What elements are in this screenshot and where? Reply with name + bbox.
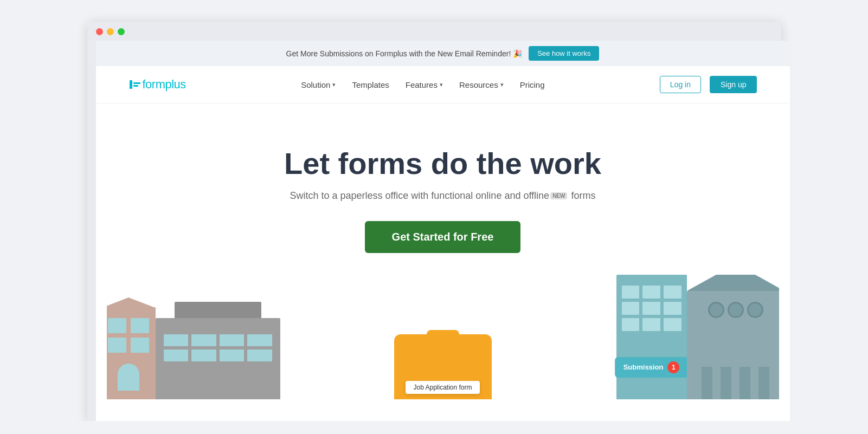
nav-link-resources[interactable]: Resources ▾	[459, 80, 504, 89]
maximize-button[interactable]	[118, 28, 125, 35]
top-banner: Get More Submissions on Formplus with th…	[96, 41, 790, 66]
browser-controls	[96, 28, 773, 41]
see-how-button[interactable]: See how it works	[529, 46, 599, 61]
window	[622, 302, 640, 315]
chevron-down-icon: ▾	[500, 81, 504, 88]
window	[220, 349, 245, 361]
nav-link-solution[interactable]: Solution ▾	[301, 80, 336, 89]
logo-link[interactable]: formplus	[128, 77, 186, 92]
nav-link-templates[interactable]: Templates	[352, 80, 389, 89]
building-salmon	[107, 307, 156, 399]
window	[622, 318, 640, 331]
column-pillar	[758, 367, 769, 399]
right-buildings: Submission 1	[616, 275, 779, 399]
window	[247, 349, 272, 361]
dome-detail	[728, 302, 744, 318]
new-badge: NEW	[550, 192, 567, 199]
logo-icon	[128, 78, 142, 91]
arch-window	[118, 364, 139, 391]
building-teal: Submission 1	[616, 275, 687, 399]
svg-rect-2	[133, 85, 138, 87]
site-content: Get More Submissions on Formplus with th…	[96, 41, 790, 421]
nav-links: Solution ▾ Templates Features ▾	[301, 80, 544, 89]
window	[664, 318, 681, 331]
nav-auth: Log in Sign up	[660, 76, 757, 93]
navbar: formplus Solution ▾ Templates Feature	[96, 66, 790, 103]
window	[664, 302, 681, 315]
window	[642, 302, 660, 315]
window	[622, 286, 640, 299]
chevron-down-icon: ▾	[440, 81, 443, 88]
dome-detail	[747, 302, 763, 318]
column-pillar	[740, 367, 750, 399]
building-gray-right	[687, 291, 779, 399]
minimize-button[interactable]	[107, 28, 114, 35]
window	[664, 286, 681, 299]
svg-rect-0	[130, 80, 132, 89]
building-top	[175, 302, 261, 318]
window	[108, 338, 126, 353]
svg-rect-1	[133, 82, 140, 84]
hero-section: Let forms do the work Switch to a paperl…	[96, 103, 790, 421]
nav-item-templates[interactable]: Templates	[352, 80, 389, 89]
banner-text: Get More Submissions on Formplus with th…	[286, 49, 523, 58]
phone-notch	[427, 330, 459, 339]
hero-subtitle: Switch to a paperless office with functi…	[107, 190, 779, 202]
badge-count: 1	[667, 361, 679, 373]
left-buildings	[107, 307, 280, 399]
window	[247, 334, 272, 346]
window	[131, 338, 149, 353]
window	[191, 349, 216, 361]
login-button[interactable]: Log in	[660, 76, 701, 93]
close-button[interactable]	[96, 28, 103, 35]
submission-badge: Submission 1	[615, 357, 689, 378]
signup-button[interactable]: Sign up	[710, 76, 757, 93]
column-pillar	[721, 367, 731, 399]
window	[164, 349, 189, 361]
building-gray	[156, 318, 280, 399]
nav-link-features[interactable]: Features ▾	[406, 80, 443, 89]
nav-item-pricing[interactable]: Pricing	[520, 80, 545, 89]
window	[642, 286, 660, 299]
center-form-illustration: Job Application form	[394, 334, 492, 399]
browser-window: Get More Submissions on Formplus with th…	[87, 22, 781, 421]
window	[108, 318, 126, 333]
form-label: Job Application form	[406, 381, 479, 394]
building-roof	[687, 275, 779, 291]
hero-illustrations: Job Application form	[107, 275, 779, 399]
phone-mockup: Job Application form	[394, 334, 492, 399]
window	[131, 318, 149, 333]
dome-detail	[708, 302, 724, 318]
nav-item-features[interactable]: Features ▾	[406, 80, 443, 89]
window	[220, 334, 245, 346]
chevron-down-icon: ▾	[332, 81, 336, 88]
window	[191, 334, 216, 346]
column-pillar	[702, 367, 712, 399]
nav-item-solution[interactable]: Solution ▾	[301, 80, 336, 89]
nav-item-resources[interactable]: Resources ▾	[459, 80, 504, 89]
get-started-button[interactable]: Get Started for Free	[365, 221, 521, 253]
logo-text: formplus	[143, 77, 186, 92]
window	[164, 334, 189, 346]
window	[642, 318, 660, 331]
nav-link-pricing[interactable]: Pricing	[520, 80, 545, 89]
hero-title: Let forms do the work	[107, 147, 779, 180]
